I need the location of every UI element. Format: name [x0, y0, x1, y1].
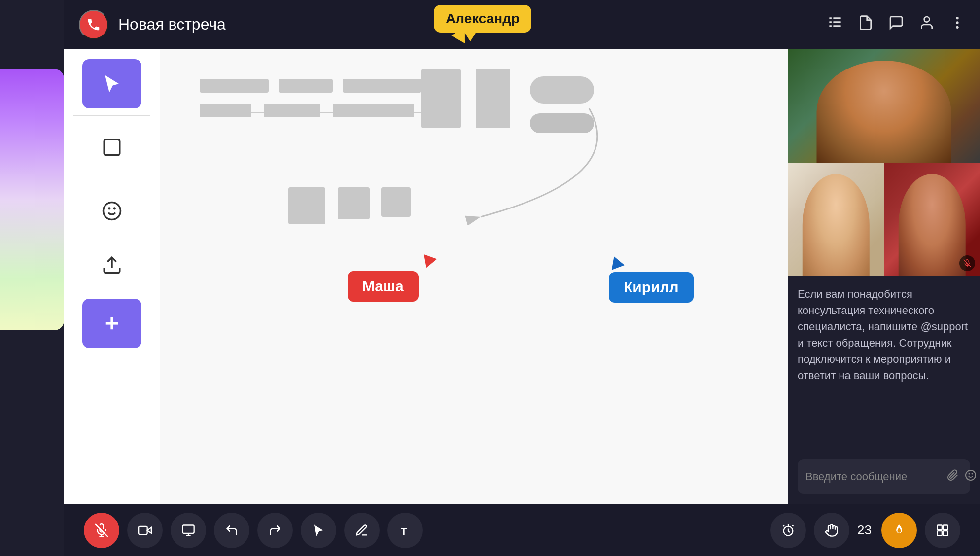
note-tool-button[interactable]: [82, 123, 141, 172]
undo-button[interactable]: [214, 513, 249, 548]
document-icon[interactable]: [858, 15, 874, 34]
aleksandr-tooltip: Александр: [434, 5, 531, 33]
svg-rect-10: [104, 139, 120, 155]
sketch-sq-1: [288, 187, 325, 224]
video-left-bg: [788, 163, 884, 276]
video-left-person: [802, 174, 870, 276]
svg-rect-29: [139, 526, 147, 534]
app-container: Новая встреча Александр: [0, 0, 980, 556]
attachment-button[interactable]: [947, 469, 959, 484]
chat-message-text: Если вам понадобится консультация технич…: [798, 286, 970, 454]
reaction-count: 23: [857, 522, 872, 538]
content-area: Маша Кирилл: [64, 49, 980, 504]
svg-rect-30: [182, 525, 194, 533]
camera-button[interactable]: [127, 513, 163, 548]
toolbar-divider-2: [73, 179, 150, 179]
chat-input[interactable]: [805, 470, 941, 483]
svg-point-6: [924, 17, 930, 22]
svg-rect-38: [938, 531, 942, 535]
fire-reaction-button[interactable]: [881, 513, 917, 548]
header: Новая встреча Александр: [64, 0, 980, 49]
aleksandr-name: Александр: [446, 11, 520, 26]
timer-button[interactable]: [770, 513, 806, 548]
upload-tool-button[interactable]: [82, 241, 141, 290]
svg-point-7: [956, 17, 958, 19]
svg-rect-1: [833, 17, 841, 19]
person-icon[interactable]: [919, 15, 935, 34]
chat-icon[interactable]: [888, 15, 904, 34]
left-gradient-bar: [0, 69, 64, 330]
mic-off-indicator: [959, 255, 975, 271]
sketch-block-1: [200, 79, 269, 93]
redo-button[interactable]: [257, 513, 293, 548]
sketch-sq-2: [338, 187, 370, 219]
bottom-toolbar: T: [64, 504, 980, 556]
select-tool-bottom-button[interactable]: [301, 513, 336, 548]
video-right-person: [898, 174, 966, 276]
raise-hand-button[interactable]: [814, 513, 849, 548]
sketch-block-5: [264, 104, 320, 117]
svg-point-11: [104, 203, 121, 220]
svg-point-9: [956, 26, 958, 29]
main-window: Новая встреча Александр: [64, 0, 980, 556]
sketch-block-4: [200, 104, 251, 117]
svg-rect-2: [829, 21, 832, 23]
curved-arrow-svg: [382, 79, 629, 276]
masha-label: Маша: [348, 271, 419, 302]
svg-rect-37: [943, 525, 947, 529]
layout-button[interactable]: [925, 513, 960, 548]
emoji-button[interactable]: [965, 469, 977, 484]
svg-point-20: [966, 470, 976, 480]
video-grid: [788, 49, 980, 276]
kirill-cursor: [612, 256, 626, 272]
sketch-block-2: [279, 79, 333, 93]
list-icon[interactable]: [827, 15, 843, 34]
screen-share-button[interactable]: [171, 513, 206, 548]
text-tool-button[interactable]: T: [387, 513, 423, 548]
video-tile-main: [788, 49, 980, 163]
svg-marker-28: [147, 527, 151, 533]
cursor-tool-button[interactable]: [82, 59, 141, 108]
video-tile-right: [884, 163, 980, 276]
svg-rect-36: [938, 525, 942, 529]
add-tool-button[interactable]: [82, 299, 141, 348]
video-main-bg: [788, 49, 980, 163]
more-icon[interactable]: [949, 15, 965, 34]
chat-panel: Если вам понадобится консультация технич…: [788, 276, 980, 504]
svg-text:T: T: [401, 525, 407, 537]
emoji-tool-button[interactable]: [82, 186, 141, 236]
pen-tool-button[interactable]: [344, 513, 380, 548]
svg-point-8: [956, 21, 958, 24]
end-call-button[interactable]: [79, 10, 108, 39]
header-icons: [827, 15, 965, 34]
mic-button[interactable]: [84, 513, 119, 548]
video-right-bg: [884, 163, 980, 276]
left-toolbar: [64, 49, 160, 504]
whiteboard[interactable]: Маша Кирилл: [160, 49, 788, 504]
svg-rect-0: [829, 17, 832, 19]
video-tile-left: [788, 163, 884, 276]
chat-input-area: [798, 459, 970, 494]
toolbar-divider-1: [73, 115, 150, 116]
kirill-label: Кирилл: [609, 272, 694, 303]
video-main-person: [817, 61, 951, 163]
phone-off-icon: [86, 17, 101, 32]
svg-rect-3: [833, 21, 841, 23]
svg-rect-5: [833, 25, 841, 27]
svg-rect-39: [943, 531, 947, 535]
svg-rect-4: [829, 25, 832, 27]
right-panel: Если вам понадобится консультация технич…: [788, 49, 980, 504]
